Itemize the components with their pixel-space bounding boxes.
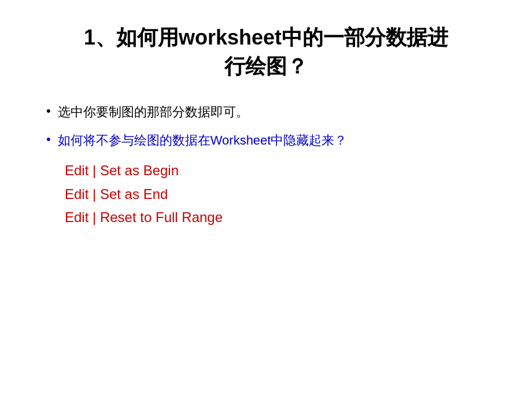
content-area: • 选中你要制图的那部分数据即可。 • 如何将不参与绘图的数据在Workshee… — [46, 102, 497, 230]
bullet-item-1: • 选中你要制图的那部分数据即可。 — [46, 102, 497, 121]
title-line1: 1、如何用worksheet中的一部分数据进 — [35, 23, 497, 52]
menu-item-3: Edit | Reset to Full Range — [65, 206, 497, 230]
bullet-item-2: • 如何将不参与绘图的数据在Worksheet中隐藏起来？ — [46, 131, 497, 150]
menu-item-1: Edit | Set as Begin — [65, 159, 497, 183]
bullet-text-2: 如何将不参与绘图的数据在Worksheet中隐藏起来？ — [58, 131, 348, 150]
bullet-dot-2: • — [46, 132, 51, 147]
title-line2: 行绘图？ — [35, 52, 497, 81]
bullet-dot-1: • — [46, 104, 51, 119]
menu-item-2: Edit | Set as End — [65, 183, 497, 206]
slide-page: 1、如何用worksheet中的一部分数据进 行绘图？ • 选中你要制图的那部分… — [0, 0, 532, 399]
slide-title: 1、如何用worksheet中的一部分数据进 行绘图？ — [35, 23, 497, 82]
bullet-text-1: 选中你要制图的那部分数据即可。 — [58, 102, 249, 121]
menu-items-list: Edit | Set as Begin Edit | Set as End Ed… — [65, 159, 497, 230]
